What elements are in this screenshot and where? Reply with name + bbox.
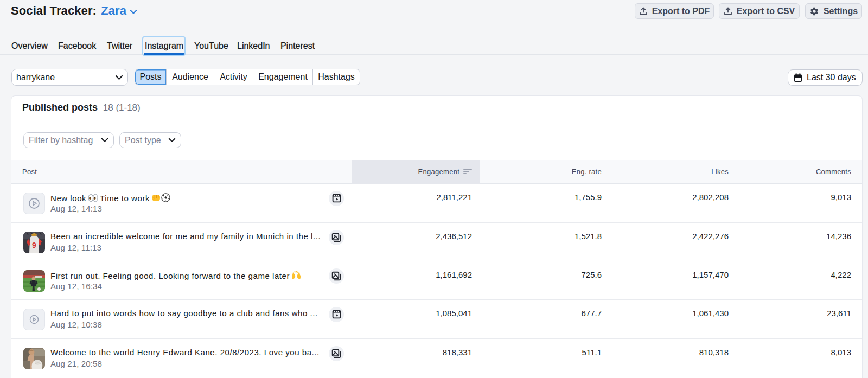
svg-text:9: 9 (32, 241, 36, 249)
